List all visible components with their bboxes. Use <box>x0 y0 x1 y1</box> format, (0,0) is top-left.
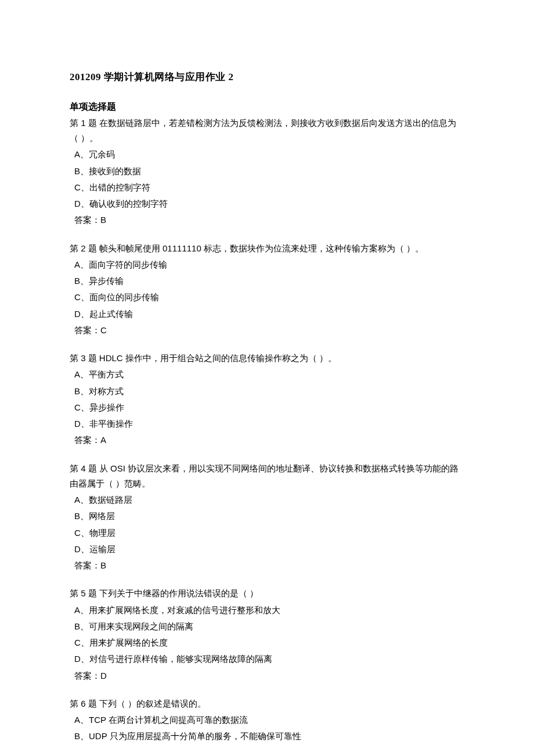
option-b: B、UDP 只为应用层提高十分简单的服务，不能确保可靠性 <box>74 729 464 744</box>
option-c: C、面向位的同步传输 <box>74 290 464 305</box>
answer-text: 答案：B <box>74 213 464 228</box>
option-d: D、确认收到的控制字符 <box>74 196 464 211</box>
question-text: 第 4 题 从 OSI 协议层次来看，用以实现不同网络间的地址翻译、协议转换和数… <box>70 461 464 492</box>
question-block: 第 3 题 HDLC 操作中，用于组合站之间的信息传输操作称之为（ ）。 A、平… <box>70 351 464 448</box>
question-text: 第 6 题 下列（ ）的叙述是错误的。 <box>70 696 464 711</box>
option-c: C、用来扩展网络的长度 <box>74 635 464 650</box>
question-block: 第 6 题 下列（ ）的叙述是错误的。 A、TCP 在两台计算机之间提高可靠的数… <box>70 696 464 744</box>
answer-text: 答案：B <box>74 558 464 573</box>
option-b: B、对称方式 <box>74 384 464 399</box>
option-a: A、用来扩展网络长度，对衰减的信号进行整形和放大 <box>74 603 464 618</box>
option-a: A、数据链路层 <box>74 492 464 507</box>
option-c: C、出错的控制字符 <box>74 180 464 195</box>
answer-text: 答案：A <box>74 433 464 448</box>
option-d: D、对信号进行原样传输，能够实现网络故障的隔离 <box>74 651 464 667</box>
answer-text: 答案：C <box>74 323 464 338</box>
option-d: D、非平衡操作 <box>74 416 464 431</box>
option-b: B、异步传输 <box>74 273 464 289</box>
question-text: 第 5 题 下列关于中继器的作用说法错误的是（ ） <box>70 586 464 601</box>
option-d: D、运输层 <box>74 542 464 557</box>
page: 201209 学期计算机网络与应用作业 2 单项选择题 第 1 题 在数据链路层… <box>0 0 534 756</box>
question-text: 第 2 题 帧头和帧尾使用 01111110 标志，数据块作为位流来处理，这种传… <box>70 241 464 256</box>
option-b: B、网络层 <box>74 509 464 524</box>
question-text: 第 1 题 在数据链路层中，若差错检测方法为反馈检测法，则接收方收到数据后向发送… <box>70 116 464 146</box>
section-heading: 单项选择题 <box>70 99 464 114</box>
question-block: 第 1 题 在数据链路层中，若差错检测方法为反馈检测法，则接收方收到数据后向发送… <box>70 116 464 228</box>
option-a: A、平衡方式 <box>74 367 464 382</box>
option-c: C、异步操作 <box>74 400 464 415</box>
option-d: D、起止式传输 <box>74 307 464 322</box>
option-a: A、TCP 在两台计算机之间提高可靠的数据流 <box>74 712 464 728</box>
option-a: A、面向字符的同步传输 <box>74 257 464 272</box>
option-b: B、接收到的数据 <box>74 164 464 179</box>
question-block: 第 5 题 下列关于中继器的作用说法错误的是（ ） A、用来扩展网络长度，对衰减… <box>70 586 464 683</box>
option-a: A、冗余码 <box>74 147 464 162</box>
answer-text: 答案：D <box>74 668 464 683</box>
document-title: 201209 学期计算机网络与应用作业 2 <box>70 69 464 86</box>
option-b: B、可用来实现网段之间的隔离 <box>74 619 464 634</box>
question-block: 第 2 题 帧头和帧尾使用 01111110 标志，数据块作为位流来处理，这种传… <box>70 241 464 339</box>
question-block: 第 4 题 从 OSI 协议层次来看，用以实现不同网络间的地址翻译、协议转换和数… <box>70 461 464 574</box>
option-c: C、物理层 <box>74 525 464 541</box>
question-text: 第 3 题 HDLC 操作中，用于组合站之间的信息传输操作称之为（ ）。 <box>70 351 464 366</box>
